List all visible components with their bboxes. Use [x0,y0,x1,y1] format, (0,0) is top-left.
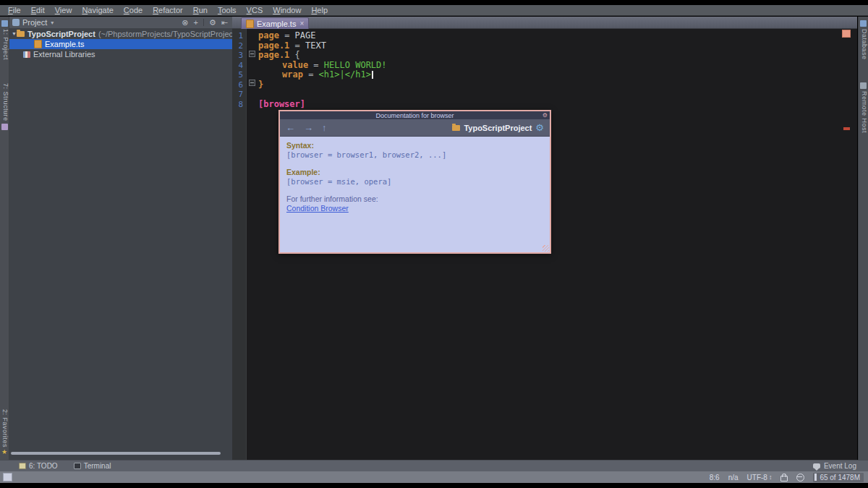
readonly-lock-icon[interactable] [780,476,788,481]
menu-edit[interactable]: Edit [26,6,50,14]
menu-code[interactable]: Code [119,6,148,14]
project-folder-icon [452,125,460,131]
tree-row-example-ts[interactable]: Example.ts [9,39,232,49]
close-panel-icon[interactable]: ⊗ [182,18,188,27]
toolwindow-button-structure[interactable]: 7: Structure [0,83,9,132]
up-icon[interactable]: ↑ [322,123,327,132]
syntax-code: [browser = browser1, browser2, ...] [286,150,543,159]
line-number: 6 [232,80,246,90]
menu-help[interactable]: Help [306,6,333,14]
popup-title: Documentation for browser [375,112,454,119]
chevron-down-icon[interactable]: ▾ [51,20,54,26]
code-line-2[interactable]: page.1 = TEXT [247,41,833,51]
project-horizontal-scrollbar[interactable] [11,452,221,455]
popup-title-bar[interactable]: Documentation for browser ⚙ [280,111,550,119]
condition-browser-link[interactable]: Condition Browser [286,204,349,213]
popup-settings-icon[interactable]: ⚙ [542,111,548,119]
toolwindow-button-database[interactable]: Database [859,18,868,60]
terminal-icon [74,463,81,469]
database-toolwindow-icon [860,20,867,27]
fold-marker-icon[interactable] [249,80,255,86]
tab-close-icon[interactable]: × [299,20,304,27]
ts-value: PAGE [295,30,316,40]
database-toolwindow-label: Database [861,29,868,60]
toolwindow-button-project[interactable]: 1: Project [0,18,9,60]
terminal-label: Terminal [84,462,111,470]
left-toolwindow-stripe: 1: Project 7: Structure 2: Favorites ★ [0,17,9,460]
code-line-5[interactable]: wrap = <h1>|</h1> [247,70,833,80]
menu-navigate[interactable]: Navigate [77,6,118,14]
example-heading: Example: [286,168,543,176]
memory-indicator[interactable]: 65 of 1478M [813,473,864,482]
project-panel-icon [12,19,20,26]
popup-resize-grip[interactable] [542,245,549,252]
code-area[interactable]: page = PAGE page.1 = TEXT page.1 { value… [247,31,833,109]
file-encoding[interactable]: UTF-8↕ [747,474,773,481]
libraries-icon [23,51,30,58]
tab-label: Example.ts [257,20,296,28]
expand-caret-icon[interactable]: ▼ [12,29,17,39]
toolwindow-button-event-log[interactable]: Event Log [813,462,856,470]
hide-panel-icon[interactable]: ⇤ [221,18,228,27]
menu-view[interactable]: View [50,6,77,14]
ts-op [289,40,294,51]
libs-label: External Libraries [33,49,95,59]
inspection-profile-icon[interactable] [796,474,804,481]
example-code: [browser = msie, opera] [286,177,543,186]
project-panel-title: Project [22,18,47,27]
caret-position[interactable]: 8:6 [710,474,720,481]
back-icon[interactable]: ← [286,123,295,132]
bottom-toolwindow-bar: 6: TODO Terminal Event Log [0,460,868,471]
menu-tools[interactable]: Tools [213,6,242,14]
toolbar-divider [203,19,204,26]
ts-key: value [282,60,308,70]
ts-key: wrap [282,69,303,80]
favorites-toolwindow-label: 2: Favorites [1,409,9,448]
structure-toolwindow-label: 7: Structure [2,83,9,121]
line-separator[interactable]: n/a [728,474,739,481]
line-number: 1 [232,31,246,41]
ts-key: page.1 [258,40,289,51]
ts-value: TEXT [305,40,326,51]
locate-file-icon[interactable]: + [193,18,197,27]
typoscript-file-icon [246,20,254,28]
menu-vcs[interactable]: VCS [242,6,268,14]
tree-row-root[interactable]: ▼ TypoScriptProject (~/PhpstormProjects/… [9,29,232,39]
toolwindow-button-todo[interactable]: 6: TODO [19,462,58,470]
structure-toolwindow-icon [1,124,8,130]
menu-refactor[interactable]: Refactor [148,6,188,14]
typoscript-file-icon [34,40,42,48]
text-caret [372,71,373,79]
error-stripe-mark[interactable] [843,127,850,130]
line-number: 7 [232,90,246,100]
ts-condition: [browser] [258,99,305,109]
forward-icon[interactable]: → [304,123,313,132]
ts-op [300,40,305,51]
toolwindow-quick-access-button[interactable] [3,473,12,481]
code-line-7[interactable] [247,90,833,100]
folder-icon [17,31,25,37]
code-line-1[interactable]: page = PAGE [247,31,833,41]
menu-file[interactable]: File [3,6,26,14]
tab-example-ts[interactable]: Example.ts × [241,17,309,29]
tree-row-external-libraries[interactable]: External Libraries [9,49,232,59]
toolwindow-button-remote-host[interactable]: Remote Host [859,80,868,133]
sort-arrows-icon: ↕ [769,474,773,481]
todo-label: 6: TODO [29,462,58,470]
menu-window[interactable]: Window [268,6,306,14]
code-line-6[interactable]: } [247,80,833,90]
toolwindow-button-favorites[interactable]: 2: Favorites ★ [0,409,9,455]
fold-marker-icon[interactable] [249,51,255,57]
toolwindow-button-terminal[interactable]: Terminal [74,462,111,470]
code-line-3[interactable]: page.1 { [247,51,833,61]
menu-run[interactable]: Run [188,6,213,14]
code-line-8[interactable]: [browser] [247,100,833,110]
code-line-4[interactable]: value = HELLO WORLD! [247,61,833,71]
ts-op [319,60,324,70]
event-log-icon [813,463,820,468]
gear-icon[interactable]: ⚙ [535,122,544,133]
inspection-status-mark[interactable] [842,30,851,38]
gear-icon[interactable]: ⚙ [209,18,216,27]
remote-host-toolwindow-label: Remote Host [861,91,868,133]
project-root-path: (~/PhpstormProjects/TypoScriptProjec [98,29,232,39]
